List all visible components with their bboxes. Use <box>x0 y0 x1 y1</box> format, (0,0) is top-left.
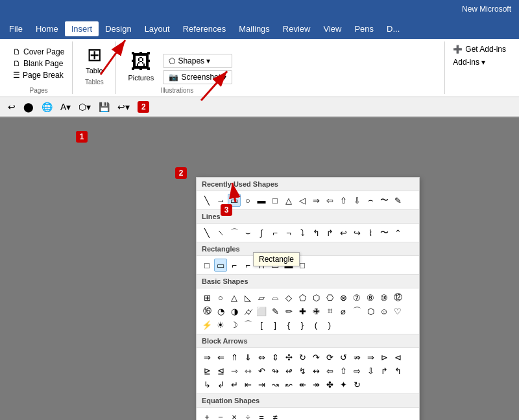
bs31[interactable]: ⚡ <box>200 318 213 331</box>
bs3[interactable]: △ <box>228 291 241 304</box>
ba17[interactable]: ⊴ <box>214 364 227 377</box>
bs38[interactable]: } <box>296 318 309 331</box>
bs24[interactable]: ✙ <box>309 305 322 318</box>
undo2-icon[interactable]: ↩▾ <box>115 100 132 113</box>
bs8[interactable]: ⬠ <box>296 291 309 304</box>
line10[interactable]: ↱ <box>323 226 336 239</box>
line11[interactable]: ↩ <box>337 226 350 239</box>
bs7[interactable]: ◇ <box>282 291 295 304</box>
bs10[interactable]: ⎔ <box>323 291 336 304</box>
ba25[interactable]: ⇦ <box>323 364 336 377</box>
rect1[interactable]: □ <box>200 259 213 272</box>
bs18[interactable]: ◑ <box>228 305 241 318</box>
line3[interactable]: ⌒ <box>228 226 241 239</box>
ba23[interactable]: ↯ <box>296 364 309 377</box>
shape-arrow-right[interactable]: → <box>214 194 227 207</box>
ba35[interactable]: ⇥ <box>255 378 268 391</box>
menu-file[interactable]: File <box>3 21 29 36</box>
undo-icon[interactable]: ↩ <box>5 100 18 113</box>
ba29[interactable]: ↱ <box>378 364 391 377</box>
blank-page-button[interactable]: 🗋 Blank Page <box>10 58 67 69</box>
ba4[interactable]: ⇓ <box>241 351 254 364</box>
line15[interactable]: ⌃ <box>391 226 404 239</box>
ba2[interactable]: ⇐ <box>214 351 227 364</box>
rect-rounded[interactable]: ▭ <box>214 259 227 272</box>
ba38[interactable]: ↞ <box>296 378 309 391</box>
shape-arr5[interactable]: ⇩ <box>350 194 363 207</box>
rect4[interactable]: ⌐ <box>241 259 254 272</box>
cursor-icon[interactable]: ⬤ <box>21 100 36 113</box>
table-button[interactable]: ⊞ Table <box>78 41 110 77</box>
bs12[interactable]: ⑦ <box>350 291 363 304</box>
bs28[interactable]: ⬡ <box>364 305 377 318</box>
ba39[interactable]: ↠ <box>309 378 322 391</box>
shape-rect3[interactable]: □ <box>269 194 282 207</box>
line9[interactable]: ↰ <box>309 226 322 239</box>
bs9[interactable]: ⬡ <box>309 291 322 304</box>
ba37[interactable]: ↜ <box>282 378 295 391</box>
bs1[interactable]: ⊞ <box>200 291 213 304</box>
ba41[interactable]: ✦ <box>337 378 350 391</box>
bs36[interactable]: ] <box>269 318 282 331</box>
ba26[interactable]: ⇧ <box>337 364 350 377</box>
cover-page-button[interactable]: 🗋 Cover Page <box>10 47 67 57</box>
bs32[interactable]: ☀ <box>214 318 227 331</box>
get-addins-button[interactable]: ➕ Get Add-ins <box>450 44 509 54</box>
ba16[interactable]: ⊵ <box>200 364 213 377</box>
shapes-dropdown-scroll[interactable]: Recently Used Shapes ╲ → ▭ ○ ▬ □ △ ◁ ⇒ ⇦… <box>197 178 419 420</box>
eq1[interactable]: + <box>200 410 213 420</box>
line14[interactable]: 〜 <box>378 226 391 239</box>
bs16[interactable]: ⑯ <box>200 305 213 318</box>
ba30[interactable]: ↰ <box>391 364 404 377</box>
ba1[interactable]: ⇒ <box>200 351 213 364</box>
shapes-icon2[interactable]: ⬡▾ <box>76 100 93 113</box>
ba13[interactable]: ⇒ <box>364 351 377 364</box>
ba8[interactable]: ↻ <box>296 351 309 364</box>
line5[interactable]: ∫ <box>255 226 268 239</box>
rect3[interactable]: ⌐ <box>228 259 241 272</box>
ba19[interactable]: ⇿ <box>241 364 254 377</box>
bs17[interactable]: ◔ <box>214 305 227 318</box>
page-break-button[interactable]: ☰ Page Break <box>10 70 67 80</box>
bs13[interactable]: ⑧ <box>364 291 377 304</box>
eq2[interactable]: − <box>214 410 227 420</box>
pictures-button[interactable]: 🖼 Pictures <box>121 47 160 84</box>
ba6[interactable]: ⇕ <box>269 351 282 364</box>
menu-mailings[interactable]: Mailings <box>232 21 276 36</box>
shape-rect[interactable]: ▭ <box>228 194 241 207</box>
shape-arr3[interactable]: ⇦ <box>323 194 336 207</box>
eq4[interactable]: ÷ <box>241 410 254 420</box>
ba27[interactable]: ⇨ <box>350 364 363 377</box>
menu-extra[interactable]: D... <box>380 21 406 36</box>
ba24[interactable]: ↭ <box>309 364 322 377</box>
bs25[interactable]: ⌗ <box>323 305 336 318</box>
ba18[interactable]: ⇾ <box>228 364 241 377</box>
ba40[interactable]: ✤ <box>323 378 336 391</box>
eq6[interactable]: ≠ <box>269 410 282 420</box>
shape-line[interactable]: ╲ <box>200 194 213 207</box>
shape-arr4[interactable]: ⇧ <box>337 194 350 207</box>
ba20[interactable]: ↶ <box>255 364 268 377</box>
shape-free[interactable]: ✎ <box>391 194 404 207</box>
bs11[interactable]: ⊗ <box>337 291 350 304</box>
ba32[interactable]: ↲ <box>214 378 227 391</box>
bs33[interactable]: ☽ <box>228 318 241 331</box>
bs35[interactable]: [ <box>255 318 268 331</box>
bs27[interactable]: ⌒ <box>350 305 363 318</box>
line2[interactable]: ⟍ <box>214 226 227 239</box>
ba9[interactable]: ↷ <box>309 351 322 364</box>
save-icon[interactable]: 💾 <box>96 100 112 113</box>
eq3[interactable]: × <box>228 410 241 420</box>
menu-design[interactable]: Design <box>99 21 138 36</box>
ba33[interactable]: ↵ <box>228 378 241 391</box>
ba22[interactable]: ↫ <box>282 364 295 377</box>
bs15[interactable]: ⑫ <box>391 291 404 304</box>
menu-layout[interactable]: Layout <box>138 21 176 36</box>
shape-oval[interactable]: ○ <box>241 194 254 207</box>
bs21[interactable]: ✎ <box>269 305 282 318</box>
text-format-icon[interactable]: A▾ <box>58 100 73 113</box>
ba5[interactable]: ⇔ <box>255 351 268 364</box>
menu-references[interactable]: References <box>176 21 232 36</box>
ba12[interactable]: ⇏ <box>350 351 363 364</box>
ba14[interactable]: ⊳ <box>378 351 391 364</box>
